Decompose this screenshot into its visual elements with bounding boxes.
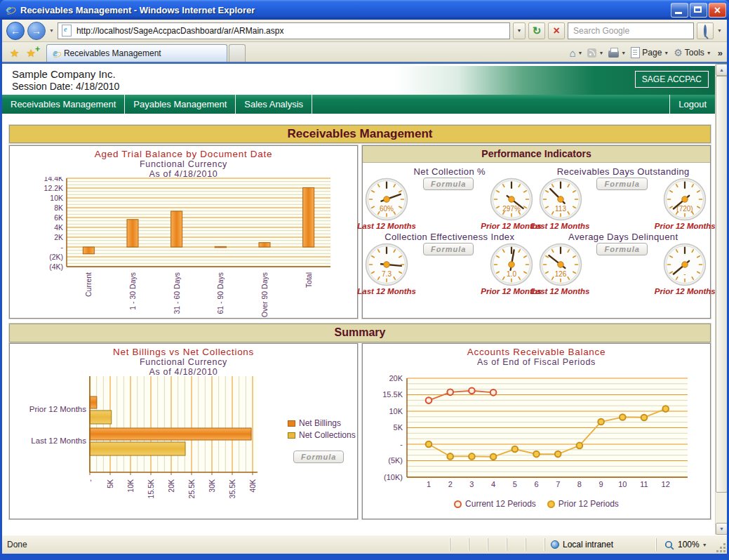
aged-chart-subtitle: Functional Currency xyxy=(10,159,357,169)
home-dropdown-icon[interactable]: ▼ xyxy=(577,51,582,55)
back-button[interactable]: ← xyxy=(6,22,25,40)
nav-receivables-management[interactable]: Receivables Management xyxy=(2,95,125,114)
svg-text:14.4K: 14.4K xyxy=(44,177,63,182)
svg-text:8K: 8K xyxy=(54,204,63,212)
status-pane xyxy=(450,538,469,551)
svg-text:15.5K: 15.5K xyxy=(147,479,155,498)
zoom-dropdown-icon[interactable]: ▼ xyxy=(702,542,707,547)
nav-payables-management[interactable]: Payables Management xyxy=(125,95,236,114)
refresh-icon: ↻ xyxy=(533,25,542,36)
favorites-star-icon[interactable]: ★ xyxy=(6,47,22,62)
resize-grip[interactable] xyxy=(717,544,725,552)
svg-text:7: 7 xyxy=(556,480,560,488)
gauge-period-label: Last 12 Months xyxy=(357,287,416,295)
pi-group-3: Average Days Delinquent126Last 12 Months… xyxy=(537,232,711,295)
feeds-button[interactable]: ▼ xyxy=(587,48,603,58)
address-input[interactable] xyxy=(75,25,506,36)
billings-chart-subtitle: Functional Currency xyxy=(10,357,357,367)
tools-menu[interactable]: ⚙Tools▼ xyxy=(674,48,711,58)
formula-button[interactable]: Formula xyxy=(423,243,474,255)
ar-chart-title: Accounts Receivable Balance xyxy=(363,347,710,357)
svg-text:25.5K: 25.5K xyxy=(187,479,196,498)
toolbar-chevron-icon[interactable]: » xyxy=(718,48,723,58)
page-dropdown-icon[interactable]: ▼ xyxy=(664,51,669,55)
formula-button[interactable]: Formula xyxy=(596,178,647,190)
svg-text:31 - 60 Days: 31 - 60 Days xyxy=(173,272,181,314)
tools-menu-label: Tools xyxy=(685,48,704,58)
new-tab-button[interactable] xyxy=(229,44,246,62)
add-favorite-icon[interactable]: ★ xyxy=(22,47,39,62)
svg-text:(10K): (10K) xyxy=(384,473,403,481)
svg-text:4: 4 xyxy=(491,480,495,488)
svg-text:30K: 30K xyxy=(208,479,216,493)
pi-group-title: Net Collection % xyxy=(363,166,537,177)
page-title: Receivables Management xyxy=(9,125,711,143)
search-box[interactable] xyxy=(568,22,694,39)
tools-dropdown-icon[interactable]: ▼ xyxy=(707,51,711,55)
print-button[interactable]: ▼ xyxy=(608,48,626,58)
net-collections-legend-label: Net Collections xyxy=(299,430,356,440)
svg-text:-: - xyxy=(86,479,94,482)
svg-text:12: 12 xyxy=(662,480,670,488)
nav-logout[interactable]: Logout xyxy=(669,95,715,114)
session-date: Session Date: 4/18/2010 xyxy=(12,81,119,92)
svg-text:Current: Current xyxy=(84,272,93,297)
scrollbar-up-icon[interactable]: ▲ xyxy=(716,64,727,76)
zoom-level: 100% xyxy=(678,540,700,549)
search-input[interactable] xyxy=(572,25,690,36)
minimize-button[interactable] xyxy=(671,3,688,18)
tab-receivables-management[interactable]: Receivables Management xyxy=(46,44,227,62)
vertical-scrollbar[interactable]: ▲ ▼ xyxy=(715,64,727,535)
status-pane xyxy=(526,538,544,551)
page-menu-icon xyxy=(631,47,640,58)
scrollbar-thumb[interactable] xyxy=(716,76,727,493)
maximize-button[interactable] xyxy=(690,3,707,18)
search-button[interactable] xyxy=(697,22,714,39)
forward-button[interactable]: → xyxy=(27,22,46,40)
gauge-period-label: Last 12 Months xyxy=(531,222,590,230)
zoom-control[interactable]: 100% ▼ xyxy=(656,538,727,551)
window-title: Receivables Management - Windows Interne… xyxy=(20,5,671,15)
home-button[interactable]: ⌂▼ xyxy=(569,48,582,58)
address-bar[interactable] xyxy=(58,22,510,39)
nav-sales-analysis[interactable]: Sales Analysis xyxy=(236,95,312,114)
sage-accpac-button[interactable]: SAGE ACCPAC xyxy=(635,71,709,88)
formula-button[interactable]: Formula xyxy=(293,451,344,463)
svg-text:7.3: 7.3 xyxy=(382,270,392,278)
formula-button[interactable]: Formula xyxy=(423,178,474,190)
address-toolbar: ← → ▼ ▼ ↻ × ▼ xyxy=(2,20,727,42)
history-dropdown-icon[interactable]: ▼ xyxy=(48,28,55,33)
status-pane xyxy=(469,538,488,551)
pi-group-2: Collection Effectiveness Index7.3Last 12… xyxy=(363,232,537,295)
pi-group-0: Net Collection %60%Last 12 MonthsFormula… xyxy=(363,166,537,230)
zoom-icon xyxy=(665,541,672,548)
svg-text:20K: 20K xyxy=(389,374,403,382)
scrollbar-down-icon[interactable]: ▼ xyxy=(716,523,727,535)
window-titlebar[interactable]: Receivables Management - Windows Interne… xyxy=(0,0,729,20)
close-button[interactable] xyxy=(709,3,726,18)
svg-text:6: 6 xyxy=(534,480,538,488)
search-icon xyxy=(704,25,707,37)
gauge-period-label: Last 12 Months xyxy=(531,287,590,295)
svg-text:1 - 30 Days: 1 - 30 Days xyxy=(128,272,137,310)
page-menu[interactable]: Page▼ xyxy=(631,47,669,58)
company-name: Sample Company Inc. xyxy=(12,68,116,80)
feeds-icon xyxy=(587,48,596,58)
print-dropdown-icon[interactable]: ▼ xyxy=(621,51,626,55)
refresh-button[interactable]: ↻ xyxy=(528,22,545,39)
app-header: Sample Company Inc. Session Date: 4/18/2… xyxy=(2,66,715,95)
svg-text:(720): (720) xyxy=(677,205,693,213)
svg-text:-: - xyxy=(400,440,403,448)
svg-text:40K: 40K xyxy=(248,479,257,493)
svg-text:126: 126 xyxy=(554,270,566,278)
stop-button[interactable]: × xyxy=(548,22,565,39)
security-zone: Local intranet xyxy=(544,538,656,551)
svg-text:Over 90 Days: Over 90 Days xyxy=(260,272,269,317)
window-bottom-border xyxy=(0,554,729,560)
tab-bar: ★ ★ Receivables Management ⌂▼ ▼ ▼ Page▼ … xyxy=(2,42,727,64)
search-dropdown-icon[interactable]: ▼ xyxy=(716,28,723,33)
svg-text:1: 1 xyxy=(427,480,431,488)
formula-button[interactable]: Formula xyxy=(596,243,647,255)
address-dropdown-button[interactable]: ▼ xyxy=(513,22,526,39)
svg-text:10K: 10K xyxy=(389,407,403,415)
